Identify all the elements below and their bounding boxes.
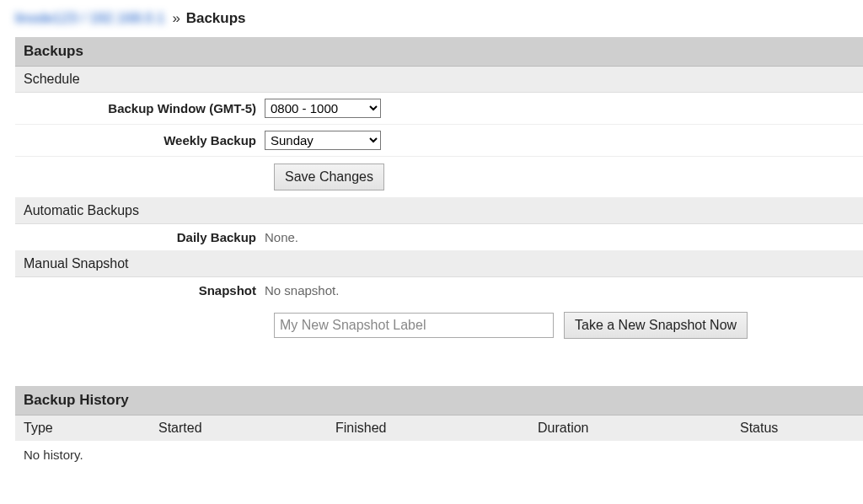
history-header-row: Type Started Finished Duration Status [15,416,863,441]
col-header-started: Started [158,421,335,436]
label-snapshot: Snapshot [15,283,265,298]
subheader-automatic-backups: Automatic Backups [15,198,863,224]
label-daily-backup: Daily Backup [15,230,265,244]
label-weekly-backup: Weekly Backup [15,133,265,147]
panel-title-backups: Backups [15,37,863,67]
select-backup-window[interactable]: 0800 - 1000 [265,99,381,118]
value-daily-backup: None. [265,230,298,244]
select-weekly-backup[interactable]: Sunday [265,131,381,150]
label-backup-window: Backup Window (GMT-5) [15,101,265,115]
subheader-schedule: Schedule [15,67,863,93]
breadcrumb-separator: » [172,10,180,26]
col-header-type: Type [24,421,158,436]
take-snapshot-button[interactable]: Take a New Snapshot Now [564,312,748,339]
row-daily-backup: Daily Backup None. [15,224,863,251]
panel-title-history: Backup History [15,386,863,416]
breadcrumb-current: Backups [186,10,246,26]
subheader-manual-snapshot: Manual Snapshot [15,251,863,277]
breadcrumb: linode123 / 192.168.0.1 » Backups [15,10,863,27]
save-changes-button[interactable]: Save Changes [274,164,384,190]
col-header-duration: Duration [538,421,740,436]
history-empty: No history. [15,441,863,469]
row-backup-window: Backup Window (GMT-5) 0800 - 1000 [15,93,863,125]
col-header-finished: Finished [335,421,538,436]
row-weekly-backup: Weekly Backup Sunday [15,125,863,157]
row-snapshot-action: Take a New Snapshot Now [15,303,863,351]
breadcrumb-link[interactable]: linode123 / 192.168.0.1 [15,10,165,26]
row-snapshot: Snapshot No snapshot. [15,277,863,303]
value-snapshot: No snapshot. [265,283,339,298]
input-snapshot-label[interactable] [274,313,554,338]
row-save-changes: Save Changes [15,157,863,198]
col-header-status: Status [740,421,855,436]
